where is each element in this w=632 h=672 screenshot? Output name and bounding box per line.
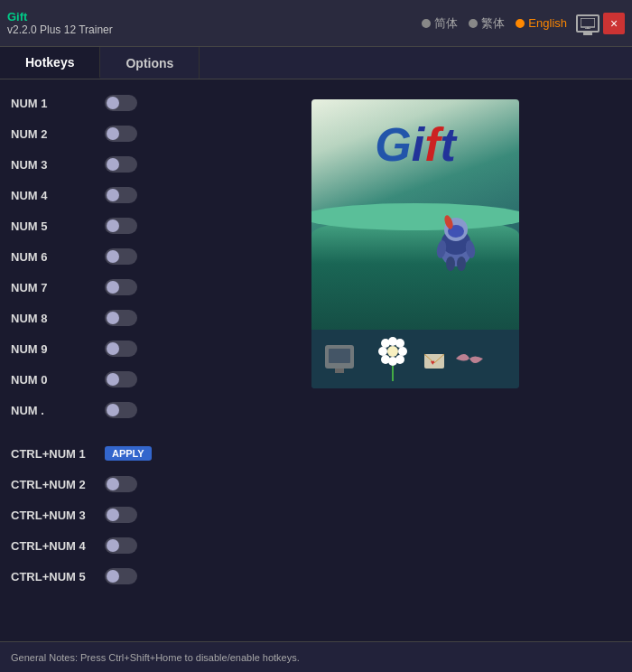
hotkey-row: CTRL+NUM 1APPLY	[11, 441, 188, 466]
toggle-switch[interactable]	[105, 156, 137, 173]
tab-hotkeys[interactable]: Hotkeys	[0, 47, 100, 79]
hotkey-row: NUM 9	[11, 336, 188, 361]
hotkey-label: CTRL+NUM 4	[11, 539, 92, 553]
hotkey-label: NUM 4	[11, 189, 92, 202]
lang-option-simplified[interactable]: 简体	[422, 15, 458, 32]
hotkey-row: CTRL+NUM 5	[11, 564, 188, 589]
hotkey-row: NUM 2	[11, 121, 188, 146]
apply-badge[interactable]: APPLY	[105, 446, 152, 461]
toggle-knob	[107, 478, 119, 490]
toggle-switch[interactable]	[105, 95, 137, 111]
radio-english	[516, 19, 525, 28]
toggle-knob	[107, 570, 119, 583]
lang-label-english: English	[528, 16, 567, 30]
lang-option-traditional[interactable]: 繁体	[469, 15, 505, 32]
hotkey-label: CTRL+NUM 1	[11, 447, 92, 461]
hotkey-row: NUM 8	[11, 305, 188, 331]
toggle-switch[interactable]	[105, 341, 137, 357]
tab-bar: Hotkeys Options	[0, 47, 632, 79]
title-t: t	[440, 117, 455, 172]
hotkey-label: NUM 0	[11, 373, 92, 387]
toggle-switch[interactable]	[105, 310, 137, 326]
svg-point-23	[395, 355, 404, 364]
toggle-switch[interactable]	[105, 371, 137, 387]
game-cover-image: Gift	[311, 99, 519, 388]
svg-point-22	[381, 355, 390, 364]
character-sprite	[429, 208, 483, 271]
title-f: f	[424, 117, 440, 172]
hotkey-label: CTRL+NUM 3	[11, 509, 92, 522]
hotkey-label: NUM 7	[11, 281, 92, 294]
language-options: 简体 繁体 English	[422, 15, 567, 32]
toggle-switch[interactable]	[105, 402, 137, 418]
hotkey-row: NUM 1	[11, 90, 188, 116]
hotkey-label: NUM 8	[11, 312, 92, 325]
hotkey-row: NUM 7	[11, 275, 188, 300]
hotkey-row: NUM .	[11, 397, 188, 423]
svg-point-19	[398, 347, 407, 356]
toggle-switch[interactable]	[105, 476, 137, 492]
hotkey-row: NUM 5	[11, 213, 188, 238]
toggle-switch[interactable]	[105, 507, 137, 523]
svg-text:♥: ♥	[431, 359, 435, 367]
toggle-knob	[107, 189, 119, 201]
toggle-switch[interactable]	[105, 126, 137, 142]
hotkey-row: CTRL+NUM 4	[11, 533, 188, 558]
svg-rect-14	[335, 369, 344, 373]
radio-simplified	[422, 19, 431, 28]
main-content: NUM 1NUM 2NUM 3NUM 4NUM 5NUM 6NUM 7NUM 8…	[0, 79, 632, 641]
toggle-knob	[107, 539, 119, 552]
bottom-items: ♥	[321, 331, 510, 381]
app-title: Gift	[7, 10, 113, 23]
hotkey-row: NUM 0	[11, 367, 188, 392]
title-i: i	[412, 117, 424, 172]
title-left: Gift v2.2.0 Plus 12 Trainer	[7, 10, 113, 36]
hotkey-label: NUM 9	[11, 342, 92, 356]
hotkey-row: CTRL+NUM 3	[11, 502, 188, 527]
window-controls: ×	[576, 13, 625, 34]
svg-rect-13	[329, 349, 350, 363]
game-title-overlay: Gift	[311, 117, 519, 172]
lang-option-english[interactable]: English	[516, 16, 567, 30]
toggle-knob	[107, 219, 119, 232]
title-bar: Gift v2.2.0 Plus 12 Trainer 简体 繁体 Englis…	[0, 0, 632, 47]
toggle-switch[interactable]	[105, 218, 137, 234]
toggle-knob	[107, 250, 119, 263]
svg-point-21	[395, 339, 404, 348]
toggle-switch[interactable]	[105, 248, 137, 265]
toggle-knob	[107, 158, 119, 171]
toggle-knob	[107, 404, 119, 416]
toggle-switch[interactable]	[105, 279, 137, 295]
hotkey-label: NUM 6	[11, 250, 92, 264]
svg-point-15	[387, 346, 398, 357]
svg-point-20	[381, 339, 390, 348]
footer: General Notes: Press Ctrl+Shift+Home to …	[0, 641, 632, 672]
footer-text: General Notes: Press Ctrl+Shift+Home to …	[11, 652, 300, 663]
svg-point-11	[457, 257, 466, 271]
hotkey-row: NUM 4	[11, 182, 188, 208]
radio-traditional	[469, 19, 478, 28]
hotkey-row: CTRL+NUM 2	[11, 471, 188, 497]
toggle-switch[interactable]	[105, 187, 137, 203]
svg-point-18	[378, 347, 387, 356]
close-button[interactable]: ×	[603, 13, 625, 34]
toggle-knob	[107, 373, 119, 386]
toggle-switch[interactable]	[105, 537, 137, 554]
svg-point-10	[446, 257, 455, 271]
toggle-knob	[107, 509, 119, 521]
monitor-button[interactable]	[576, 14, 599, 33]
water-bg	[311, 217, 519, 334]
toggle-switch[interactable]	[105, 568, 137, 584]
hotkey-label: CTRL+NUM 5	[11, 570, 92, 583]
hotkeys-list: NUM 1NUM 2NUM 3NUM 4NUM 5NUM 6NUM 7NUM 8…	[0, 90, 199, 630]
toggle-knob	[107, 312, 119, 324]
hotkey-label: NUM 3	[11, 158, 92, 172]
tab-options[interactable]: Options	[100, 47, 200, 79]
hotkey-label: NUM 5	[11, 219, 92, 233]
app-version: v2.2.0 Plus 12 Trainer	[7, 23, 113, 36]
hotkey-label: NUM .	[11, 404, 92, 417]
lang-label-traditional: 繁体	[481, 15, 505, 32]
toggle-knob	[107, 127, 119, 140]
game-image-area: Gift	[199, 90, 632, 630]
toggle-knob	[107, 342, 119, 355]
